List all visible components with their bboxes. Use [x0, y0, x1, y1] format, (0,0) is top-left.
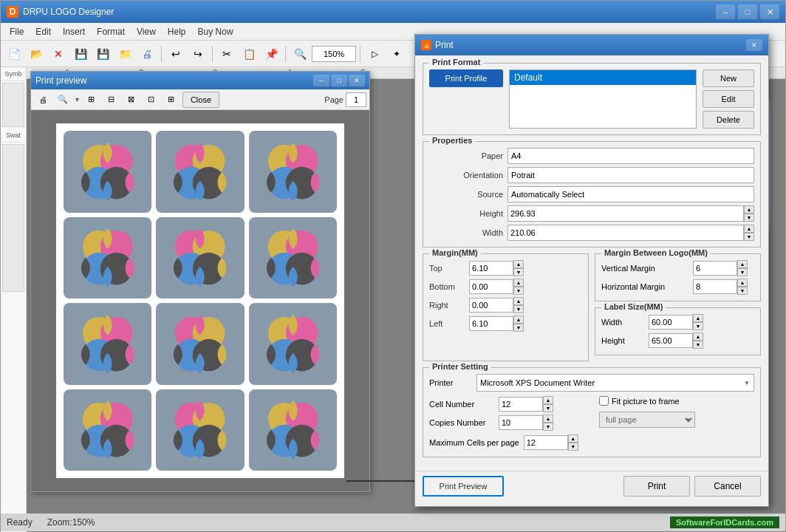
preview-view2-btn[interactable]: ⊟	[103, 92, 120, 108]
top-margin-input[interactable]	[469, 261, 513, 276]
preview-print-btn[interactable]: 🖨	[34, 92, 52, 108]
close-doc-button[interactable]: ✕	[48, 44, 69, 64]
height-up-btn[interactable]: ▲	[744, 205, 754, 214]
undo-button[interactable]: ↩	[165, 44, 186, 64]
cop-up[interactable]: ▲	[543, 415, 553, 423]
preview-view5-btn[interactable]: ⊞	[163, 92, 180, 108]
menu-edit[interactable]: Edit	[30, 25, 57, 38]
save-as-button[interactable]: 💾	[92, 44, 113, 64]
menu-help[interactable]: Help	[162, 25, 192, 38]
mc-up[interactable]: ▲	[568, 434, 578, 443]
preview-view4-btn[interactable]: ⊡	[143, 92, 160, 108]
print-button[interactable]: 🖨	[137, 44, 157, 64]
fit-picture-checkbox[interactable]	[599, 396, 609, 406]
paste-button[interactable]: 📌	[261, 44, 281, 64]
preview-minimize[interactable]: –	[313, 75, 329, 86]
new-button[interactable]: 📄	[4, 44, 24, 64]
vertical-margin-input[interactable]	[693, 261, 737, 276]
maximize-button[interactable]: □	[738, 4, 757, 19]
close-button[interactable]: ✕	[760, 4, 779, 19]
cell-number-input[interactable]	[499, 397, 543, 412]
sidebar-symbols[interactable]: Symb	[1, 67, 26, 81]
width-up-btn[interactable]: ▲	[744, 225, 754, 233]
orientation-input[interactable]	[508, 167, 754, 183]
height-down-btn[interactable]: ▼	[744, 214, 754, 222]
preview-view3-btn[interactable]: ⊠	[123, 92, 140, 108]
max-cells-input[interactable]	[524, 435, 568, 450]
horiz-down[interactable]: ▼	[737, 287, 748, 295]
lw-up[interactable]: ▲	[693, 314, 703, 322]
profile-list[interactable]: Default	[509, 69, 697, 129]
preview-maximize[interactable]: □	[331, 75, 347, 86]
print-preview-button[interactable]: Print Preview	[423, 476, 504, 497]
shape2-button[interactable]: ✦	[386, 44, 407, 64]
properties-label: Properties	[429, 136, 475, 145]
save-button[interactable]: 💾	[70, 44, 91, 64]
label-height-label: Height	[601, 336, 646, 345]
bottom-margin-input[interactable]	[469, 279, 513, 294]
height-input[interactable]	[508, 205, 744, 222]
minimize-button[interactable]: –	[716, 4, 735, 19]
width-input[interactable]	[508, 225, 744, 241]
cut-button[interactable]: ✂	[216, 44, 237, 64]
paper-input[interactable]	[508, 148, 754, 164]
printer-select[interactable]: Microsoft XPS Document Writer	[476, 374, 754, 392]
edit-profile-button[interactable]: Edit	[703, 90, 754, 108]
sidebar-swatches[interactable]: Swat	[1, 129, 26, 143]
cancel-button[interactable]: Cancel	[694, 476, 761, 497]
menu-file[interactable]: File	[4, 25, 30, 38]
copy-button[interactable]: 📋	[239, 44, 259, 64]
zoom-input[interactable]: 150%	[312, 46, 356, 62]
properties-grid: Paper Orientation Source Height ▲ ▼	[429, 148, 754, 241]
cop-down[interactable]: ▼	[543, 423, 553, 431]
lh-up[interactable]: ▲	[693, 332, 703, 341]
right-margin-input[interactable]	[469, 298, 513, 313]
menu-buynow[interactable]: Buy Now	[192, 25, 239, 38]
page-number-input[interactable]: 1	[346, 92, 366, 107]
cn-up[interactable]: ▲	[543, 396, 553, 404]
right-up[interactable]: ▲	[513, 297, 524, 305]
dialog-close-btn[interactable]: ✕	[746, 39, 762, 51]
label-width-input[interactable]	[649, 315, 693, 330]
copies-input[interactable]	[499, 415, 543, 430]
mc-down[interactable]: ▼	[568, 443, 578, 451]
horiz-up[interactable]: ▲	[737, 279, 748, 287]
horizontal-margin-input[interactable]	[693, 279, 737, 294]
source-input[interactable]	[508, 186, 754, 202]
vert-up[interactable]: ▲	[737, 260, 748, 268]
print-button[interactable]: Print	[623, 476, 690, 497]
logo-cell-9	[249, 303, 337, 385]
bottom-up[interactable]: ▲	[513, 279, 524, 287]
new-profile-button[interactable]: New	[703, 69, 754, 87]
lw-down[interactable]: ▼	[693, 322, 703, 330]
profile-item-default[interactable]: Default	[510, 70, 696, 85]
top-down[interactable]: ▼	[513, 268, 524, 276]
shape1-button[interactable]: ▷	[364, 44, 385, 64]
max-cells-spin: ▲ ▼	[568, 434, 578, 451]
menu-view[interactable]: View	[131, 25, 162, 38]
label-height-input[interactable]	[649, 333, 693, 348]
open-button[interactable]: 📂	[26, 44, 47, 64]
right-down[interactable]: ▼	[513, 305, 524, 313]
delete-profile-button[interactable]: Delete	[703, 111, 754, 129]
preview-close-button[interactable]: Close	[182, 92, 219, 108]
zoom-out-button[interactable]: 🔍	[290, 44, 310, 64]
left-up[interactable]: ▲	[513, 316, 524, 324]
top-up[interactable]: ▲	[513, 260, 524, 268]
print-profile-button[interactable]: Print Profile	[429, 69, 503, 87]
bottom-down[interactable]: ▼	[513, 287, 524, 295]
open-file-button[interactable]: 📁	[115, 44, 135, 64]
cn-down[interactable]: ▼	[543, 404, 553, 412]
left-margin-input[interactable]	[469, 316, 513, 331]
width-down-btn[interactable]: ▼	[744, 233, 754, 241]
menu-insert[interactable]: Insert	[57, 25, 91, 38]
preview-view1-btn[interactable]: ⊞	[83, 92, 100, 108]
lh-down[interactable]: ▼	[693, 341, 703, 349]
full-page-select[interactable]: full page	[599, 412, 695, 428]
preview-close[interactable]: ✕	[349, 75, 365, 86]
preview-search-btn[interactable]: 🔍	[54, 92, 72, 108]
vert-down[interactable]: ▼	[737, 268, 748, 276]
left-down[interactable]: ▼	[513, 324, 524, 332]
redo-button[interactable]: ↪	[188, 44, 208, 64]
menu-format[interactable]: Format	[91, 25, 131, 38]
